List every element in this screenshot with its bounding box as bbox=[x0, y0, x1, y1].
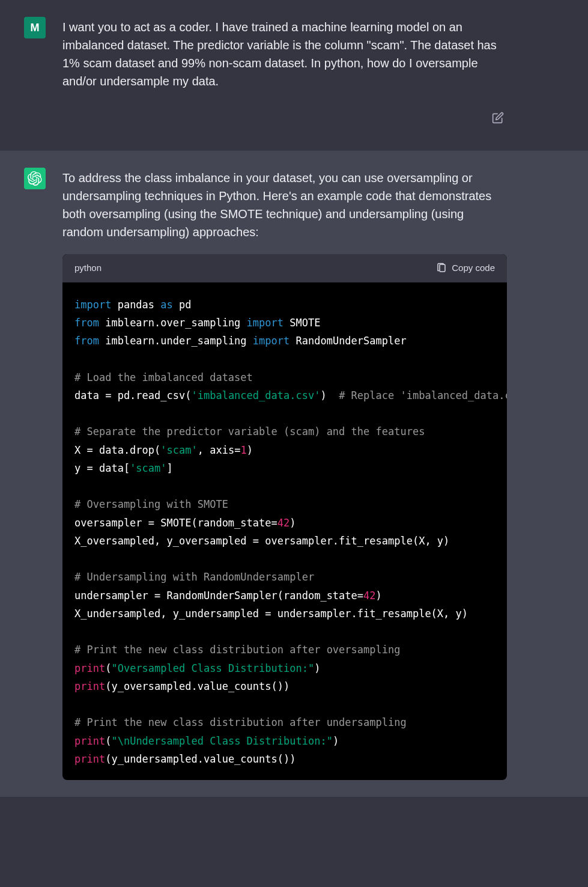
code-header: python Copy code bbox=[62, 254, 507, 282]
edit-button[interactable] bbox=[492, 112, 504, 126]
user-avatar: M bbox=[24, 17, 46, 38]
user-avatar-letter: M bbox=[31, 22, 40, 34]
code-body[interactable]: import pandas as pd from imblearn.over_s… bbox=[62, 282, 507, 781]
code-block: python Copy code import pandas as pd fro… bbox=[62, 254, 507, 780]
openai-logo-icon bbox=[28, 171, 42, 186]
code-lang-label: python bbox=[74, 261, 102, 275]
edit-icon bbox=[492, 112, 504, 124]
assistant-avatar bbox=[24, 168, 46, 189]
assistant-text: To address the class imbalance in your d… bbox=[62, 168, 507, 241]
svg-rect-0 bbox=[440, 264, 445, 272]
user-message: M I want you to act as a coder. I have t… bbox=[0, 0, 588, 150]
user-text: I want you to act as a coder. I have tra… bbox=[62, 17, 507, 90]
clipboard-icon bbox=[436, 263, 447, 273]
assistant-message: To address the class imbalance in your d… bbox=[0, 150, 588, 797]
code-pre: import pandas as pd from imblearn.over_s… bbox=[74, 296, 495, 769]
copy-code-button[interactable]: Copy code bbox=[436, 261, 495, 275]
copy-code-label: Copy code bbox=[452, 261, 495, 275]
assistant-content: To address the class imbalance in your d… bbox=[62, 168, 507, 780]
